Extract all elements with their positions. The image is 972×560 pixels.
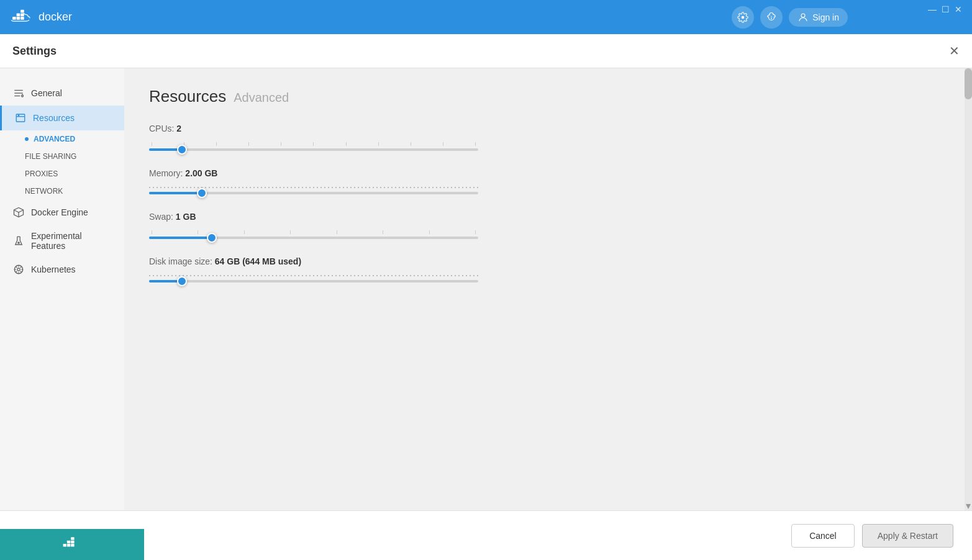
svg-rect-1 [17, 17, 20, 20]
memory-section: Memory: 2.00 GB [149, 168, 947, 194]
bottom-bar: Cancel Apply & Restart [0, 510, 972, 560]
sign-in-button[interactable]: Sign in [789, 8, 848, 27]
cpus-ticks [149, 142, 478, 146]
disk-label: Disk image size: 64 GB (644 MB used) [149, 256, 947, 266]
docker-taskbar [0, 529, 144, 560]
kubernetes-icon [12, 263, 25, 276]
svg-rect-25 [71, 541, 74, 544]
settings-icon-button[interactable] [732, 6, 754, 29]
swap-section: Swap: 1 GB [149, 212, 947, 239]
cpus-section: CPUs: 2 [149, 124, 947, 151]
sidebar-sub-advanced-label: ADVANCED [34, 135, 75, 143]
cpus-slider-wrapper [149, 142, 478, 151]
sidebar-item-kubernetes-label: Kubernetes [31, 264, 76, 274]
memory-thumb[interactable] [197, 188, 207, 198]
memory-label: Memory: 2.00 GB [149, 168, 947, 178]
swap-fill [149, 237, 212, 239]
sidebar-item-general-label: General [31, 88, 62, 98]
svg-rect-5 [20, 9, 24, 12]
settings-title: Settings [12, 45, 57, 58]
cancel-button[interactable]: Cancel [791, 524, 855, 548]
svg-point-8 [801, 14, 805, 17]
resources-icon [14, 112, 27, 124]
minimize-button[interactable]: — [928, 5, 937, 14]
docker-taskbar-icon [61, 536, 83, 553]
svg-point-7 [771, 16, 772, 17]
user-icon [797, 12, 809, 23]
sidebar-sub-proxies[interactable]: PROXIES [25, 165, 124, 183]
docker-engine-icon [12, 206, 25, 219]
cpus-value: 2 [176, 124, 181, 133]
sidebar-item-general[interactable]: General [0, 81, 124, 106]
settings-header: Settings ✕ [0, 34, 972, 68]
title-bar: docker Sign in [0, 0, 972, 34]
disk-section: Disk image size: 64 GB (644 MB used) [149, 256, 947, 282]
swap-track [149, 237, 478, 239]
svg-rect-24 [67, 541, 70, 544]
page-title: Resources [149, 87, 226, 106]
sidebar-sub-file-sharing-label: FILE SHARING [25, 152, 76, 161]
sidebar-sub-proxies-label: PROXIES [25, 169, 58, 178]
svg-point-16 [18, 115, 19, 116]
docker-logo-icon [10, 9, 34, 26]
sidebar-sub-advanced[interactable]: ADVANCED [25, 130, 124, 148]
swap-thumb[interactable] [207, 233, 217, 243]
experimental-icon [12, 235, 25, 247]
memory-value: 2.00 GB [185, 168, 217, 178]
app-name: docker [39, 11, 72, 24]
disk-value: 64 GB (644 MB used) [215, 256, 301, 266]
memory-dotted-track [149, 187, 478, 188]
svg-rect-0 [12, 17, 16, 20]
sidebar-sub-network[interactable]: NETWORK [25, 183, 124, 200]
swap-slider-wrapper [149, 230, 478, 239]
bug-icon-button[interactable] [760, 6, 783, 29]
sidebar-sub-network-label: NETWORK [25, 187, 63, 196]
svg-point-12 [22, 95, 24, 97]
sidebar-item-resources-label: Resources [33, 113, 75, 123]
svg-point-18 [18, 242, 19, 243]
svg-point-20 [17, 268, 20, 271]
sidebar-sub-file-sharing[interactable]: FILE SHARING [25, 148, 124, 165]
memory-slider-wrapper [149, 187, 478, 194]
cpus-thumb[interactable] [177, 145, 187, 155]
memory-track [149, 192, 478, 194]
gear-icon [737, 12, 748, 23]
page-heading: Resources Advanced [149, 87, 947, 106]
sidebar-sub-resources: ADVANCED FILE SHARING PROXIES NETWORK [0, 130, 124, 200]
bug-icon [766, 12, 777, 23]
maximize-button[interactable]: ☐ [942, 5, 950, 14]
content-area: Resources Advanced CPUs: 2 [124, 68, 972, 560]
sidebar-item-experimental-label: Experimental Features [31, 231, 112, 251]
svg-rect-22 [67, 544, 70, 547]
disk-dotted-track [149, 275, 478, 276]
main-layout: General Resources ADVANCED [0, 68, 972, 560]
sidebar-item-docker-engine[interactable]: Docker Engine [0, 200, 124, 225]
svg-rect-3 [17, 13, 20, 16]
general-icon [12, 87, 25, 99]
svg-rect-23 [71, 544, 74, 547]
disk-track [149, 280, 478, 282]
sidebar-item-kubernetes[interactable]: Kubernetes [0, 257, 124, 282]
close-button[interactable]: ✕ [955, 5, 962, 14]
svg-rect-21 [63, 544, 66, 547]
svg-rect-26 [71, 537, 74, 540]
app-logo: docker [10, 9, 72, 26]
sidebar-item-resources[interactable]: Resources [0, 106, 124, 130]
settings-close-button[interactable]: ✕ [949, 43, 960, 58]
page-subtitle: Advanced [234, 91, 289, 105]
scroll-down-arrow[interactable]: ▾ [965, 500, 972, 510]
scrollbar-thumb[interactable] [965, 68, 972, 99]
sidebar: General Resources ADVANCED [0, 68, 124, 560]
sidebar-item-docker-engine-label: Docker Engine [31, 207, 88, 217]
sign-in-label: Sign in [812, 12, 839, 22]
sidebar-item-experimental[interactable]: Experimental Features [0, 225, 124, 257]
window-controls: — ☐ ✕ [928, 5, 962, 14]
svg-rect-14 [16, 114, 25, 122]
svg-rect-2 [20, 17, 24, 20]
cpus-label: CPUs: 2 [149, 124, 947, 133]
apply-restart-button[interactable]: Apply & Restart [862, 524, 953, 548]
swap-label: Swap: 1 GB [149, 212, 947, 222]
scrollbar-track[interactable]: ▾ [965, 68, 972, 510]
disk-thumb[interactable] [177, 276, 187, 286]
cpus-track [149, 148, 478, 151]
